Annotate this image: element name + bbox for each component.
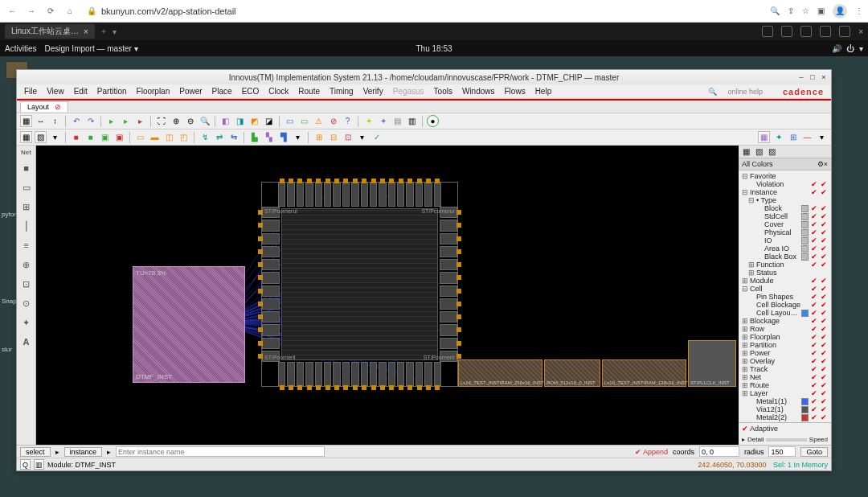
color-swatch[interactable]	[801, 237, 809, 244]
color-swatch[interactable]	[801, 406, 809, 413]
menu-icon[interactable]: ⋮	[855, 6, 863, 15]
visibility-check-icon[interactable]: ✔	[820, 341, 828, 349]
ruler-v-icon[interactable]: ↕	[49, 115, 61, 127]
io-pad[interactable]	[361, 183, 368, 207]
macro-block-0[interactable]: Lx16_TEST_INST/RAM_256x16_INST	[458, 359, 542, 387]
visibility-check-icon[interactable]: ✔	[820, 381, 828, 389]
visibility-check-icon[interactable]: ✔	[820, 236, 828, 244]
forward-icon[interactable]: →	[24, 4, 39, 18]
ruler-h-icon[interactable]: ↔	[35, 115, 47, 127]
lt-icon-4[interactable]: ⎮	[19, 219, 34, 233]
visibility-check-icon[interactable]: ✔	[820, 188, 828, 196]
chart-icon-2[interactable]: ▚	[263, 131, 275, 143]
menu-place[interactable]: Place	[208, 85, 236, 97]
io-pad[interactable]	[287, 362, 294, 386]
expand-icon[interactable]: ⊞	[742, 333, 748, 341]
menu-floorplan[interactable]: Floorplan	[133, 85, 174, 97]
io-pad[interactable]	[440, 233, 457, 244]
share-icon[interactable]: ⇪	[788, 6, 794, 15]
layer-row[interactable]: Block✔✔	[740, 204, 829, 212]
select-button[interactable]: select	[20, 447, 51, 457]
io-pad[interactable]	[342, 362, 350, 386]
expand-icon[interactable]: ⊟	[748, 196, 755, 204]
io-pad[interactable]	[416, 362, 423, 386]
menu-tools[interactable]: Tools	[430, 85, 457, 97]
lt-icon-9[interactable]: ✦	[19, 315, 34, 330]
expand-icon[interactable]: ⊟	[742, 172, 748, 180]
dtmf-region[interactable]: TU=78.3% DTMF_INST	[133, 266, 245, 383]
profile-avatar[interactable]: 👤	[833, 4, 847, 18]
mode-icon-1[interactable]: ▦	[20, 131, 32, 143]
visibility-check-icon[interactable]: ✔	[810, 349, 818, 357]
shape-icon-2[interactable]: ▬	[149, 131, 161, 143]
url-text[interactable]: bkunyun.com/v2/app-station-detail	[101, 6, 236, 16]
session-icon-3[interactable]	[800, 26, 812, 37]
layers-settings-icon[interactable]: ⚙×	[817, 160, 828, 168]
layer-row[interactable]: ⊞Floorplan✔✔	[740, 333, 829, 341]
search-help-icon[interactable]: 🔍	[704, 86, 721, 97]
io-pad[interactable]	[388, 362, 395, 386]
visibility-check-icon[interactable]: ✔	[810, 309, 818, 317]
visibility-check-icon[interactable]: ✔	[810, 317, 818, 325]
layers-tree[interactable]: ⊟FavoriteViolation✔✔⊟Instance✔✔⊟• TypeBl…	[739, 170, 831, 422]
close-tab-icon[interactable]: ×	[84, 27, 88, 36]
layer-row[interactable]: Physical✔✔	[740, 228, 829, 236]
lt-icon-2[interactable]: ▭	[19, 180, 34, 195]
io-pad[interactable]	[397, 362, 404, 386]
layer-row[interactable]: ⊞Net✔✔	[740, 373, 829, 381]
layer-row[interactable]: StdCell✔✔	[740, 212, 829, 220]
lt-icon-6[interactable]: ⊕	[19, 257, 34, 272]
io-pad[interactable]	[297, 362, 304, 386]
selector-icon[interactable]: ▦	[20, 115, 32, 127]
visibility-check-icon[interactable]: ✔	[810, 389, 818, 397]
visibility-check-icon[interactable]: ✔	[820, 220, 828, 228]
menu-route[interactable]: Route	[294, 85, 324, 97]
panel-icon[interactable]: ▣	[817, 6, 825, 15]
status-chevron-icon[interactable]: ▾	[859, 44, 863, 53]
layer-row[interactable]: ⊞Power✔✔	[740, 349, 829, 357]
visibility-check-icon[interactable]: ✔	[820, 413, 828, 421]
cmd-icon-1[interactable]: ▸	[105, 115, 117, 127]
menu-edit[interactable]: Edit	[70, 85, 92, 97]
color-swatch[interactable]	[801, 221, 809, 228]
lt-icon-3[interactable]: ⊞	[19, 199, 34, 214]
io-pad[interactable]	[262, 233, 280, 244]
dd2-icon[interactable]: ▾	[292, 131, 304, 143]
info-icon-1[interactable]: ▭	[284, 115, 296, 127]
hl-icon-1[interactable]: ◧	[219, 115, 231, 127]
visibility-check-icon[interactable]: ✔	[820, 301, 828, 309]
zoom-fit-icon[interactable]: ⛶	[155, 115, 167, 127]
layer-row[interactable]: Area IO✔✔	[740, 244, 829, 253]
expand-icon[interactable]: ⊞	[742, 365, 748, 373]
layout-tab-close-icon[interactable]: ⊘	[55, 103, 61, 111]
layer-row[interactable]: Metal1(1)✔✔	[740, 397, 829, 405]
session-tab[interactable]: Linux工作站云桌… ×	[5, 24, 95, 39]
layer-row[interactable]: Cover✔✔	[740, 220, 829, 228]
volume-icon[interactable]: 🔊	[832, 44, 841, 53]
io-pad[interactable]	[406, 362, 413, 386]
expand-icon[interactable]: ⊞	[742, 389, 748, 397]
menu-view[interactable]: View	[43, 85, 68, 97]
visibility-check-icon[interactable]: ✔	[810, 357, 818, 365]
expand-icon[interactable]: ⊞	[742, 317, 748, 325]
lt-icon-10[interactable]: A	[19, 335, 34, 349]
visibility-check-icon[interactable]: ✔	[810, 261, 818, 269]
layer-row[interactable]: ⊞Overlay✔✔	[740, 357, 829, 365]
gnome-activities[interactable]: Activities	[5, 44, 36, 53]
io-pad[interactable]	[434, 362, 441, 386]
right-tool-2[interactable]: ✦	[772, 131, 784, 143]
io-pad[interactable]	[278, 362, 285, 386]
help-icon[interactable]: ?	[342, 115, 354, 127]
goto-button[interactable]: Goto	[800, 447, 828, 457]
shape-icon-3[interactable]: ◫	[163, 131, 175, 143]
io-pad[interactable]	[406, 183, 413, 207]
misc-icon-4[interactable]: ▥	[406, 115, 418, 127]
layer-row[interactable]: IO✔✔	[740, 236, 829, 244]
power-icon[interactable]: ⏻	[846, 44, 854, 53]
visibility-check-icon[interactable]: ✔	[820, 253, 828, 261]
color-swatch[interactable]	[801, 205, 809, 212]
redo-icon[interactable]: ↷	[84, 115, 96, 127]
menu-partition[interactable]: Partition	[93, 85, 131, 97]
io-pad[interactable]	[262, 338, 280, 349]
io-pad[interactable]	[305, 362, 313, 386]
